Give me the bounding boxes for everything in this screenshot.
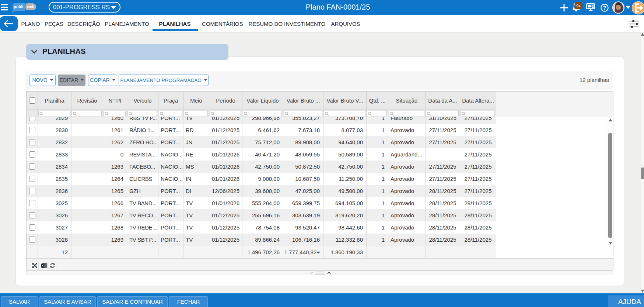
svg-text:?: ? xyxy=(603,4,606,10)
svg-text:9+: 9+ xyxy=(576,4,581,8)
